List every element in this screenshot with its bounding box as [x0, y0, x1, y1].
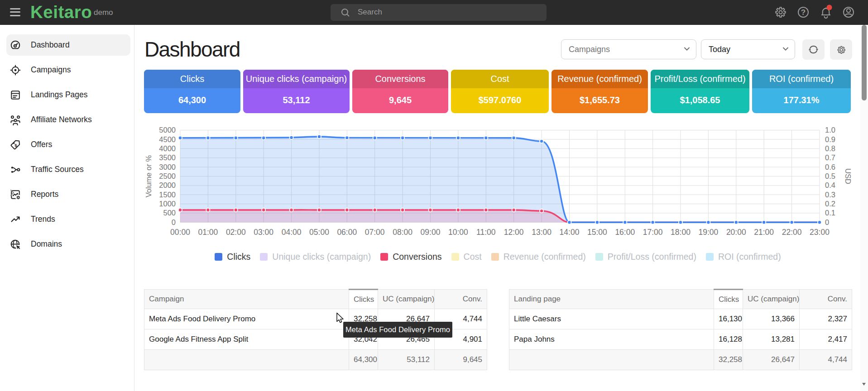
svg-text:09:00: 09:00	[421, 228, 441, 237]
svg-text:23:00: 23:00	[810, 228, 830, 237]
svg-text:Volume or %: Volume or %	[144, 155, 153, 197]
svg-text:07:00: 07:00	[365, 228, 385, 237]
svg-text:18:00: 18:00	[671, 228, 691, 237]
svg-text:12:00: 12:00	[504, 228, 524, 237]
svg-text:00:00: 00:00	[170, 228, 190, 237]
svg-text:16:00: 16:00	[615, 228, 635, 237]
svg-text:500: 500	[163, 209, 176, 217]
svg-text:0: 0	[172, 218, 176, 226]
svg-text:1.0: 1.0	[825, 126, 835, 134]
svg-text:0.2: 0.2	[825, 200, 835, 208]
svg-text:5000: 5000	[159, 126, 176, 134]
svg-text:?: ?	[801, 8, 806, 17]
svg-text:11:00: 11:00	[476, 228, 496, 237]
svg-text:4500: 4500	[159, 135, 176, 143]
svg-text:0.9: 0.9	[825, 135, 835, 143]
svg-text:USD: USD	[844, 168, 852, 184]
svg-text:15:00: 15:00	[587, 228, 607, 237]
svg-text:21:00: 21:00	[754, 228, 774, 237]
svg-text:13:00: 13:00	[532, 228, 551, 237]
svg-text:1500: 1500	[159, 191, 176, 199]
svg-text:04:00: 04:00	[282, 228, 302, 237]
svg-text:22:00: 22:00	[782, 228, 802, 237]
svg-text:14:00: 14:00	[560, 228, 580, 237]
svg-text:17:00: 17:00	[643, 228, 663, 237]
svg-text:10:00: 10:00	[448, 228, 468, 237]
svg-text:0.3: 0.3	[825, 191, 835, 199]
svg-text:3500: 3500	[159, 153, 176, 162]
svg-text:1000: 1000	[159, 200, 176, 208]
svg-text:05:00: 05:00	[309, 228, 329, 237]
svg-text:4000: 4000	[159, 144, 176, 153]
svg-text:0.8: 0.8	[825, 144, 835, 153]
svg-text:02:00: 02:00	[226, 228, 246, 237]
svg-text:08:00: 08:00	[393, 228, 412, 237]
svg-text:$: $	[14, 143, 18, 148]
svg-text:0.4: 0.4	[825, 181, 835, 189]
svg-text:2000: 2000	[159, 181, 176, 189]
svg-text:01:00: 01:00	[198, 228, 218, 237]
svg-text:06:00: 06:00	[337, 228, 357, 237]
svg-text:2500: 2500	[159, 172, 176, 180]
svg-text:0: 0	[825, 218, 829, 226]
svg-text:0.5: 0.5	[825, 172, 835, 180]
svg-text:0.7: 0.7	[825, 153, 835, 162]
svg-text:0.1: 0.1	[825, 209, 835, 217]
svg-text:03:00: 03:00	[254, 228, 273, 237]
svg-text:20:00: 20:00	[726, 228, 746, 237]
svg-text:3000: 3000	[159, 163, 176, 171]
svg-text:0.6: 0.6	[825, 163, 835, 171]
svg-text:19:00: 19:00	[699, 228, 719, 237]
